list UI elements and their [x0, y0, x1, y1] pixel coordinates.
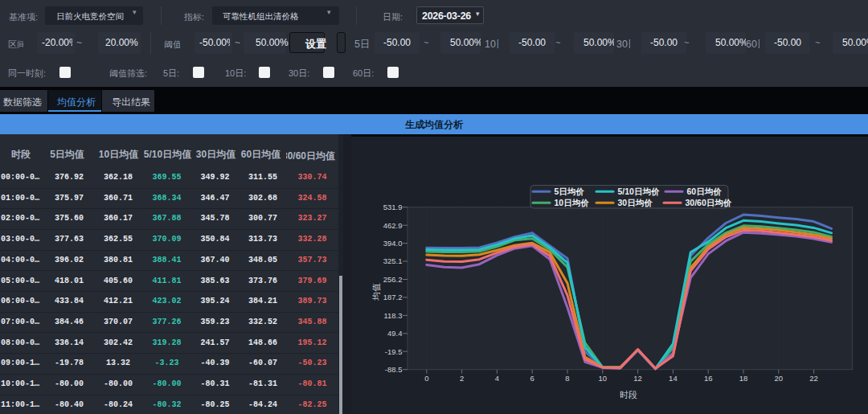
svg-text:22: 22: [809, 374, 818, 383]
svg-text:10: 10: [599, 374, 608, 383]
svg-text:16: 16: [704, 374, 713, 383]
svg-text:0: 0: [424, 374, 428, 383]
svg-text:时段: 时段: [620, 390, 637, 400]
svg-text:10日均价: 10日均价: [555, 198, 590, 207]
svg-text:-88.5: -88.5: [385, 365, 403, 374]
svg-text:462.9: 462.9: [383, 221, 403, 230]
svg-text:18: 18: [739, 374, 748, 383]
svg-text:6: 6: [530, 374, 534, 383]
svg-text:均值: 均值: [371, 283, 381, 301]
svg-text:394.0: 394.0: [383, 239, 403, 248]
svg-text:4: 4: [495, 374, 499, 383]
svg-text:531.9: 531.9: [383, 203, 403, 211]
svg-text:5/10日均价: 5/10日均价: [618, 187, 660, 196]
svg-text:5日均价: 5日均价: [555, 187, 585, 196]
svg-text:8: 8: [565, 374, 569, 383]
svg-text:325.1: 325.1: [383, 256, 403, 265]
svg-text:14: 14: [669, 374, 678, 383]
svg-text:256.2: 256.2: [383, 275, 403, 284]
svg-text:187.2: 187.2: [383, 293, 403, 301]
svg-text:2: 2: [460, 374, 464, 383]
svg-text:118.3: 118.3: [383, 311, 402, 320]
svg-text:12: 12: [633, 374, 642, 383]
svg-text:30/60日均价: 30/60日均价: [686, 198, 732, 207]
svg-text:49.4: 49.4: [387, 329, 403, 338]
svg-text:30日均价: 30日均价: [618, 198, 653, 207]
svg-text:20: 20: [775, 374, 784, 383]
svg-text:60日均价: 60日均价: [687, 187, 723, 196]
svg-text:-19.5: -19.5: [385, 347, 403, 356]
